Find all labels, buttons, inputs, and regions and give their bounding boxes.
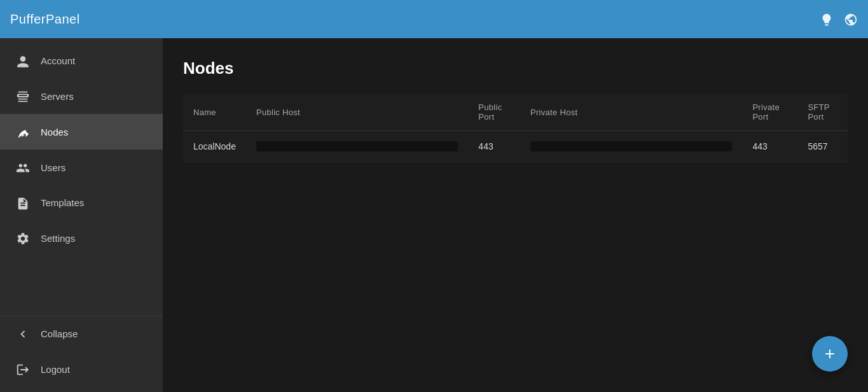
col-name: Name <box>183 94 246 131</box>
lightbulb-icon[interactable] <box>820 11 834 27</box>
nodes-table-container: Name Public Host Public Port Private Hos… <box>183 94 848 162</box>
users-icon <box>15 160 31 175</box>
sidebar-item-nodes[interactable]: Nodes <box>0 114 163 150</box>
table-header: Name Public Host Public Port Private Hos… <box>183 94 848 131</box>
nodes-table: Name Public Host Public Port Private Hos… <box>183 94 848 162</box>
sidebar: Account Servers Nodes User <box>0 38 163 392</box>
sidebar-item-users-label: Users <box>41 162 65 173</box>
row-public-host: ████████████████████████████████ <box>246 131 468 162</box>
col-sftp-port: SFTP Port <box>797 94 848 131</box>
chevron-left-icon <box>15 326 31 342</box>
person-icon <box>15 53 31 69</box>
row-name: LocalNode <box>183 131 246 162</box>
sidebar-item-servers[interactable]: Servers <box>0 79 163 115</box>
sidebar-item-templates-label: Templates <box>41 197 84 208</box>
table-row[interactable]: LocalNode ██████████████████████████████… <box>183 131 848 162</box>
row-public-port: 443 <box>468 131 520 162</box>
logout-icon <box>15 361 31 377</box>
plus-icon: + <box>825 345 835 363</box>
nodes-icon <box>15 124 31 139</box>
header: PufferPanel <box>0 0 868 38</box>
add-node-button[interactable]: + <box>812 336 848 372</box>
servers-icon <box>15 89 31 104</box>
sidebar-item-users[interactable]: Users <box>0 150 163 185</box>
sidebar-nav: Account Servers Nodes User <box>0 38 163 316</box>
sidebar-item-nodes-label: Nodes <box>41 127 68 137</box>
sidebar-logout-label: Logout <box>41 364 70 375</box>
sidebar-item-settings[interactable]: Settings <box>0 221 163 256</box>
sidebar-item-servers-label: Servers <box>41 91 74 102</box>
col-private-host: Private Host <box>520 94 742 131</box>
sidebar-collapse[interactable]: Collapse <box>0 316 163 352</box>
sidebar-collapse-label: Collapse <box>41 328 78 339</box>
layout: Account Servers Nodes User <box>0 38 868 392</box>
sidebar-item-account[interactable]: Account <box>0 43 163 79</box>
col-public-port: Public Port <box>468 94 520 131</box>
sidebar-item-account-label: Account <box>41 55 75 66</box>
header-actions <box>820 11 858 27</box>
templates-icon <box>15 195 31 211</box>
sidebar-logout[interactable]: Logout <box>0 351 163 387</box>
table-body: LocalNode ██████████████████████████████… <box>183 131 848 162</box>
main-content: Nodes Name Public Host Public Port Priva… <box>163 38 868 392</box>
sidebar-bottom: Collapse Logout <box>0 316 163 392</box>
row-private-port: 443 <box>742 131 797 162</box>
sidebar-item-templates[interactable]: Templates <box>0 185 163 221</box>
sidebar-item-settings-label: Settings <box>41 233 75 244</box>
globe-icon[interactable] <box>844 11 858 27</box>
app-title: PufferPanel <box>10 12 80 27</box>
settings-icon <box>15 231 31 246</box>
row-sftp-port: 5657 <box>797 131 848 162</box>
page-title: Nodes <box>183 59 848 78</box>
col-public-host: Public Host <box>246 94 468 131</box>
row-private-host: ████████████████████████████████ <box>520 131 742 162</box>
col-private-port: Private Port <box>742 94 797 131</box>
